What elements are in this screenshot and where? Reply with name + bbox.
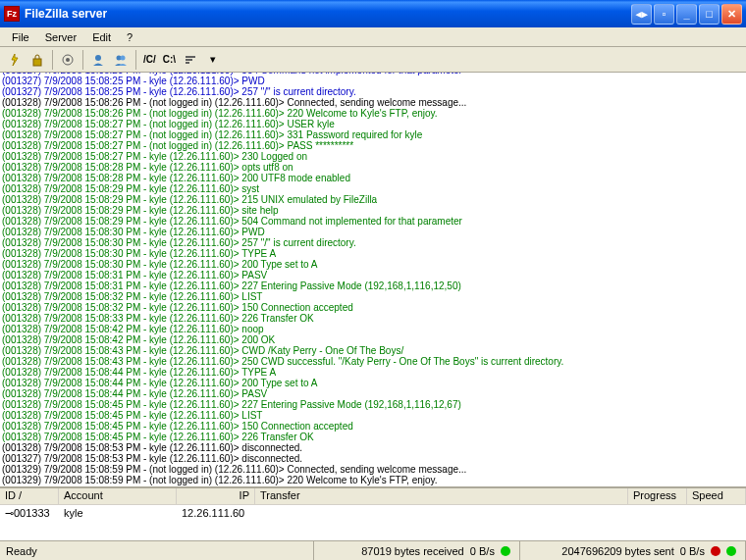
conn-ip: 12.26.111.60	[177, 506, 255, 521]
log-line: (001328) 7/9/2008 15:08:45 PM - kyle (12…	[2, 399, 744, 410]
custom-button-2[interactable]: ▫	[654, 4, 674, 25]
svg-rect-6	[186, 56, 195, 58]
col-id[interactable]: ID /	[0, 488, 59, 504]
separator	[82, 50, 83, 70]
col-progress[interactable]: Progress	[628, 488, 687, 504]
svg-rect-7	[186, 59, 192, 61]
sent-indicator-icon-2	[726, 546, 736, 556]
groups-icon[interactable]	[110, 49, 132, 71]
sort-icon[interactable]	[180, 49, 201, 71]
close-button[interactable]: ✕	[721, 4, 742, 25]
log-line: (001328) 7/9/2008 15:08:28 PM - kyle (12…	[2, 173, 744, 183]
log-line: (001328) 7/9/2008 15:08:53 PM - kyle (12…	[2, 442, 744, 453]
path-unix-button[interactable]: /C/	[140, 54, 159, 65]
svg-rect-8	[186, 62, 189, 64]
log-line: (001328) 7/9/2008 15:08:26 PM - (not log…	[2, 108, 744, 119]
log-line: (001328) 7/9/2008 15:08:45 PM - kyle (12…	[2, 421, 744, 432]
log-line: (001328) 7/9/2008 15:08:27 PM - (not log…	[2, 119, 744, 129]
log-line: (001328) 7/9/2008 15:08:27 PM - (not log…	[2, 140, 744, 151]
log-line: (001328) 7/9/2008 15:08:44 PM - kyle (12…	[2, 378, 744, 388]
log-line: (001328) 7/9/2008 15:08:26 PM - (not log…	[2, 97, 744, 108]
col-speed[interactable]: Speed	[687, 488, 746, 504]
svg-point-5	[121, 55, 126, 60]
log-line: (001328) 7/9/2008 15:08:43 PM - kyle (12…	[2, 356, 744, 367]
log-line: (001328) 7/9/2008 15:08:43 PM - kyle (12…	[2, 345, 744, 356]
log-line: (001328) 7/9/2008 15:08:28 PM - kyle (12…	[2, 162, 744, 173]
conn-progress	[628, 506, 687, 521]
log-line: (001328) 7/9/2008 15:08:42 PM - kyle (12…	[2, 324, 744, 334]
col-transfer[interactable]: Transfer	[255, 488, 628, 504]
log-line: (001328) 7/9/2008 15:08:29 PM - kyle (12…	[2, 194, 744, 205]
separator	[135, 50, 136, 70]
statusbar: Ready 87019 bytes received 0 B/s 2047696…	[0, 540, 746, 560]
col-account[interactable]: Account	[59, 488, 177, 504]
status-received: 87019 bytes received 0 B/s	[314, 541, 520, 560]
log-line: (001328) 7/9/2008 15:08:31 PM - kyle (12…	[2, 280, 744, 291]
maximize-button[interactable]: □	[699, 4, 719, 25]
log-line: (001328) 7/9/2008 15:08:29 PM - kyle (12…	[2, 216, 744, 227]
minimize-button[interactable]: _	[676, 4, 697, 25]
log-line: (001328) 7/9/2008 15:08:45 PM - kyle (12…	[2, 410, 744, 421]
connection-row[interactable]: ⊸001333 kyle 12.26.111.60	[0, 505, 746, 522]
svg-rect-0	[33, 59, 41, 66]
users-icon[interactable]	[87, 49, 109, 71]
recv-rate: 0 B/s	[470, 545, 495, 557]
log-line: (001328) 7/9/2008 15:08:32 PM - kyle (12…	[2, 302, 744, 313]
log-line: (001328) 7/9/2008 15:08:27 PM - kyle (12…	[2, 151, 744, 162]
sent-bytes: 2047696209 bytes sent	[561, 545, 673, 557]
log-line: (001327) 7/9/2008 15:08:25 PM - kyle (12…	[2, 86, 744, 97]
separator	[52, 50, 53, 70]
log-line: (001328) 7/9/2008 15:08:33 PM - kyle (12…	[2, 313, 744, 324]
log-line: (001328) 7/9/2008 15:08:30 PM - kyle (12…	[2, 237, 744, 248]
app-icon: Fz	[4, 6, 20, 22]
menu-file[interactable]: File	[4, 29, 37, 45]
log-line: (001327) 7/9/2008 15:08:25 PM - kyle (12…	[2, 76, 744, 86]
menu-server[interactable]: Server	[37, 29, 84, 45]
log-line: (001328) 7/9/2008 15:08:44 PM - kyle (12…	[2, 367, 744, 378]
dropdown-icon[interactable]: ▾	[202, 49, 224, 71]
window-controls: ◂▸ ▫ _ □ ✕	[631, 4, 742, 25]
sent-rate: 0 B/s	[680, 545, 705, 557]
lock-icon[interactable]	[27, 49, 48, 71]
lightning-icon[interactable]	[4, 49, 26, 71]
menu-edit[interactable]: Edit	[84, 29, 119, 45]
log-line: (001328) 7/9/2008 15:08:30 PM - kyle (12…	[2, 248, 744, 259]
connections-pane: ID / Account IP Transfer Progress Speed …	[0, 486, 746, 540]
log-line: (001328) 7/9/2008 15:08:30 PM - kyle (12…	[2, 227, 744, 237]
conn-id: 001333	[14, 507, 50, 519]
conn-icon: ⊸001333	[0, 506, 59, 521]
log-line: (001328) 7/9/2008 15:08:29 PM - kyle (12…	[2, 205, 744, 216]
col-ip[interactable]: IP	[177, 488, 255, 504]
conn-account: kyle	[59, 506, 177, 521]
menu-help[interactable]: ?	[119, 29, 140, 45]
recv-bytes: 87019 bytes received	[361, 545, 464, 557]
log-line: (001329) 7/9/2008 15:08:59 PM - (not log…	[2, 475, 744, 485]
log-line: (001328) 7/9/2008 15:08:30 PM - kyle (12…	[2, 259, 744, 270]
log-line: (001328) 7/9/2008 15:08:31 PM - kyle (12…	[2, 270, 744, 280]
custom-button-1[interactable]: ◂▸	[631, 4, 652, 25]
log-pane[interactable]: (001327) 7/9/2008 15:08:23 PM - kyle (12…	[0, 73, 746, 486]
log-line: (001328) 7/9/2008 15:08:44 PM - kyle (12…	[2, 388, 744, 399]
log-line: (001329) 7/9/2008 15:08:59 PM - (not log…	[2, 464, 744, 475]
conn-speed	[687, 506, 746, 521]
titlebar: Fz FileZilla server ◂▸ ▫ _ □ ✕	[0, 0, 746, 27]
status-ready: Ready	[0, 541, 314, 560]
toolbar: /C/ C:\ ▾	[0, 47, 746, 73]
log-line: (001328) 7/9/2008 15:08:45 PM - kyle (12…	[2, 432, 744, 442]
connections-header: ID / Account IP Transfer Progress Speed	[0, 488, 746, 505]
log-line: (001328) 7/9/2008 15:08:42 PM - kyle (12…	[2, 334, 744, 345]
path-win-button[interactable]: C:\	[160, 54, 179, 65]
svg-point-3	[95, 55, 101, 61]
log-line: (001328) 7/9/2008 15:08:29 PM - kyle (12…	[2, 183, 744, 194]
window-title: FileZilla server	[25, 7, 631, 21]
log-line: (001328) 7/9/2008 15:08:27 PM - (not log…	[2, 129, 744, 140]
recv-indicator-icon	[501, 546, 510, 556]
log-line: (001328) 7/9/2008 15:08:32 PM - kyle (12…	[2, 291, 744, 302]
menubar: File Server Edit ?	[0, 27, 746, 47]
log-line: (001327) 7/9/2008 15:08:53 PM - kyle (12…	[2, 453, 744, 464]
sent-indicator-icon	[711, 546, 720, 556]
settings-icon[interactable]	[57, 49, 79, 71]
svg-point-2	[66, 58, 70, 62]
conn-transfer	[255, 506, 628, 521]
status-sent: 2047696209 bytes sent 0 B/s	[520, 541, 746, 560]
